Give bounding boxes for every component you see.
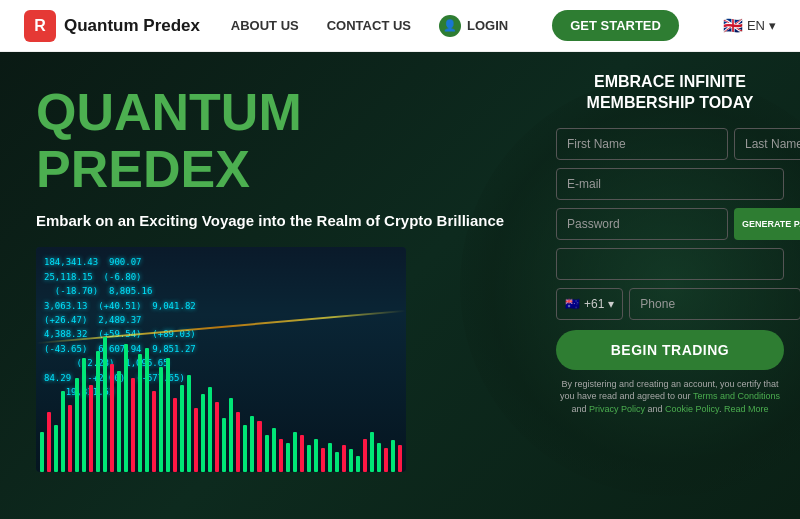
nav-link-about[interactable]: ABOUT US xyxy=(231,18,299,33)
language-selector[interactable]: 🇬🇧 EN ▾ xyxy=(723,16,776,35)
email-input[interactable] xyxy=(556,168,784,200)
login-button[interactable]: 👤 LOGIN xyxy=(439,15,508,37)
navbar: R Quantum Predex ABOUT US CONTACT US 👤 L… xyxy=(0,0,800,52)
terms-link[interactable]: Terms and Conditions xyxy=(693,391,780,401)
hero-section: QUANTUM PREDEX Embark on an Exciting Voy… xyxy=(0,52,800,519)
generate-passwords-button[interactable]: GENERATE PASSWORDS xyxy=(734,208,800,240)
cookie-link[interactable]: Cookie Policy xyxy=(665,404,719,414)
password-input[interactable] xyxy=(556,208,728,240)
hero-subtitle: Embark on an Exciting Voyage into the Re… xyxy=(36,212,520,229)
phone-row: 🇦🇺 +61 ▾ xyxy=(556,288,784,320)
form-panel-title: EMBRACE INFINITE MEMBERSHIP TODAY xyxy=(556,72,784,114)
form-disclaimer: By registering and creating an account, … xyxy=(556,378,784,416)
get-started-button[interactable]: GET STARTED xyxy=(552,10,679,41)
australia-flag-icon: 🇦🇺 xyxy=(565,297,580,311)
hero-title: QUANTUM PREDEX xyxy=(36,84,520,198)
phone-code: +61 xyxy=(584,297,604,311)
logo-icon: R xyxy=(24,10,56,42)
flag-icon: 🇬🇧 xyxy=(723,16,743,35)
hero-left: QUANTUM PREDEX Embark on an Exciting Voy… xyxy=(0,52,540,519)
password-row: GENERATE PASSWORDS xyxy=(556,208,784,240)
registration-form-panel: EMBRACE INFINITE MEMBERSHIP TODAY GENERA… xyxy=(540,52,800,519)
phone-country-button[interactable]: 🇦🇺 +61 ▾ xyxy=(556,288,623,320)
last-name-input[interactable] xyxy=(734,128,800,160)
login-icon: 👤 xyxy=(439,15,461,37)
phone-input[interactable] xyxy=(629,288,800,320)
nav-links: ABOUT US CONTACT US 👤 LOGIN GET STARTED … xyxy=(231,10,776,41)
name-row xyxy=(556,128,784,160)
hero-chart-image: 184,341.43 900.07 25,118.15 (-6.80) (-18… xyxy=(36,247,406,472)
logo-area: R Quantum Predex xyxy=(24,10,200,42)
first-name-input[interactable] xyxy=(556,128,728,160)
candlestick-overlay xyxy=(36,337,406,472)
phone-chevron-icon: ▾ xyxy=(608,297,614,311)
begin-trading-button[interactable]: BEGIN TRADING xyxy=(556,330,784,370)
privacy-link[interactable]: Privacy Policy xyxy=(589,404,645,414)
read-more-link[interactable]: Read More xyxy=(724,404,769,414)
country-input[interactable]: Australia xyxy=(556,248,784,280)
chevron-down-icon: ▾ xyxy=(769,18,776,33)
nav-link-contact[interactable]: CONTACT US xyxy=(327,18,411,33)
logo-text: Quantum Predex xyxy=(64,16,200,36)
